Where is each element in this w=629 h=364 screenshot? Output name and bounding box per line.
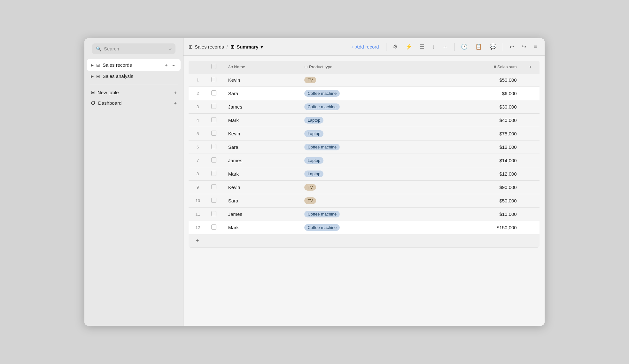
sidebar-item-sales-records[interactable]: ▶ ⊞ Sales records + ··· bbox=[87, 59, 181, 71]
row-name: James bbox=[224, 208, 300, 221]
add-row-cell: + bbox=[189, 234, 540, 248]
row-checkbox[interactable] bbox=[211, 144, 216, 149]
row-num: 12 bbox=[189, 221, 207, 234]
header-checkbox[interactable] bbox=[211, 64, 216, 69]
row-add-cell bbox=[521, 194, 540, 208]
product-badge: Laptop bbox=[304, 171, 323, 177]
sidebar-item-sales-analysis[interactable]: ▶ ⊞ Sales analysis bbox=[87, 71, 181, 81]
dashboard-label: Dashboard bbox=[98, 100, 171, 106]
row-checkbox[interactable] bbox=[211, 171, 216, 176]
row-checkbox[interactable] bbox=[211, 117, 216, 122]
view-button[interactable]: ☰ bbox=[417, 42, 427, 52]
summary-dropdown-icon[interactable]: ▾ bbox=[260, 44, 263, 50]
filter-button[interactable]: ⚡ bbox=[403, 42, 415, 52]
row-sales-sum: $90,000 bbox=[445, 181, 521, 194]
col-header-product[interactable]: ⊙ Product type bbox=[300, 61, 445, 73]
row-sales-sum: $10,000 bbox=[445, 208, 521, 221]
product-badge: Coffee machine bbox=[304, 103, 340, 110]
col-header-name[interactable]: Aα Name bbox=[224, 61, 300, 73]
row-add-cell bbox=[521, 100, 540, 114]
new-table-add-icon[interactable]: + bbox=[174, 90, 177, 95]
table-row[interactable]: 6SaraCoffee machine$12,000 bbox=[189, 140, 540, 154]
sidebar-item-dashboard[interactable]: ⏱ Dashboard + bbox=[87, 98, 181, 108]
table-row[interactable]: 4MarkLaptop$40,000 bbox=[189, 114, 540, 127]
table-row[interactable]: 2SaraCoffee machine$6,000 bbox=[189, 87, 540, 100]
undo-button[interactable]: ↩ bbox=[507, 42, 516, 52]
row-checkbox[interactable] bbox=[211, 104, 216, 109]
row-checkbox[interactable] bbox=[211, 224, 216, 230]
col-header-sales[interactable]: # Sales sum bbox=[445, 61, 521, 73]
add-icon[interactable]: + bbox=[164, 62, 169, 68]
row-add-cell bbox=[521, 127, 540, 140]
row-name: Kevin bbox=[224, 73, 300, 87]
breadcrumb-root[interactable]: ⊞ Sales records bbox=[189, 44, 224, 50]
table-row[interactable]: 11JamesCoffee machine$10,000 bbox=[189, 208, 540, 221]
chat-button[interactable]: 💬 bbox=[487, 42, 499, 52]
add-row-button[interactable]: + bbox=[193, 237, 202, 245]
collapse-button[interactable]: « bbox=[169, 46, 172, 51]
row-name: Mark bbox=[224, 114, 300, 127]
table-icon: ⊞ bbox=[189, 44, 193, 50]
row-product-type: Coffee machine bbox=[300, 100, 445, 114]
table-row[interactable]: 3JamesCoffee machine$30,000 bbox=[189, 100, 540, 114]
breadcrumb-root-label: Sales records bbox=[195, 44, 224, 49]
row-checkbox[interactable] bbox=[211, 184, 216, 189]
table-row[interactable]: 5KevinLaptop$75,000 bbox=[189, 127, 540, 140]
table-row[interactable]: 1KevinTV$50,000 bbox=[189, 73, 540, 87]
table-row[interactable]: 7JamesLaptop$14,000 bbox=[189, 154, 540, 167]
group-button[interactable]: ↔ bbox=[440, 42, 450, 52]
row-product-type: TV bbox=[300, 73, 445, 87]
product-badge: TV bbox=[304, 197, 316, 204]
sidebar-item-label: Sales analysis bbox=[103, 73, 177, 79]
table-row[interactable]: 12MarkCoffee machine$150,000 bbox=[189, 221, 540, 234]
row-checkbox-cell bbox=[207, 100, 224, 114]
comments-button[interactable]: 📋 bbox=[473, 42, 485, 52]
history-button[interactable]: 🕐 bbox=[458, 42, 470, 52]
row-product-type: Coffee machine bbox=[300, 221, 445, 234]
summary-label: Summary bbox=[237, 44, 258, 49]
row-checkbox[interactable] bbox=[211, 211, 216, 216]
add-col-icon[interactable]: + bbox=[529, 64, 532, 69]
row-checkbox[interactable] bbox=[211, 77, 216, 82]
col-header-add[interactable]: + bbox=[521, 61, 540, 73]
row-sales-sum: $75,000 bbox=[445, 127, 521, 140]
table-row[interactable]: 10SaraTV$50,000 bbox=[189, 194, 540, 208]
table-row[interactable]: 8MarkLaptop$12,000 bbox=[189, 167, 540, 181]
sort-button[interactable]: ↕ bbox=[430, 42, 438, 52]
breadcrumb-separator: / bbox=[227, 44, 228, 50]
row-name: Mark bbox=[224, 167, 300, 181]
row-product-type: TV bbox=[300, 194, 445, 208]
breadcrumb-current[interactable]: ⊞ Summary ▾ bbox=[230, 44, 263, 50]
col-header-check bbox=[207, 61, 224, 73]
row-checkbox[interactable] bbox=[211, 90, 216, 95]
toolbar-divider bbox=[386, 43, 386, 51]
row-checkbox[interactable] bbox=[211, 157, 216, 163]
row-checkbox[interactable] bbox=[211, 198, 216, 203]
row-checkbox-cell bbox=[207, 73, 224, 87]
settings-button[interactable]: ⚙ bbox=[390, 42, 400, 52]
redo-button[interactable]: ↪ bbox=[519, 42, 529, 52]
search-bar[interactable]: 🔍 Search « bbox=[92, 43, 175, 54]
row-checkbox-cell bbox=[207, 140, 224, 154]
row-product-type: Coffee machine bbox=[300, 208, 445, 221]
search-input: Search bbox=[104, 46, 119, 51]
table-container: Aα Name ⊙ Product type # Sales sum + bbox=[183, 56, 545, 326]
add-record-button[interactable]: + Add record bbox=[347, 42, 382, 51]
row-checkbox[interactable] bbox=[211, 131, 216, 136]
table-row[interactable]: 9KevinTV$90,000 bbox=[189, 181, 540, 194]
row-checkbox-cell bbox=[207, 127, 224, 140]
more-button[interactable]: ≡ bbox=[531, 42, 540, 52]
chevron-icon: ▶ bbox=[91, 63, 94, 67]
row-num: 9 bbox=[189, 181, 207, 194]
dashboard-add-icon[interactable]: + bbox=[174, 100, 177, 106]
row-name: James bbox=[224, 100, 300, 114]
sidebar-item-new-table[interactable]: ⊟ New table + bbox=[87, 87, 181, 98]
row-checkbox-cell bbox=[207, 154, 224, 167]
product-badge: Coffee machine bbox=[304, 224, 340, 231]
row-checkbox-cell bbox=[207, 208, 224, 221]
row-product-type: Laptop bbox=[300, 127, 445, 140]
row-sales-sum: $50,000 bbox=[445, 73, 521, 87]
more-icon[interactable]: ··· bbox=[170, 62, 177, 68]
row-num: 10 bbox=[189, 194, 207, 208]
row-checkbox-cell bbox=[207, 194, 224, 208]
